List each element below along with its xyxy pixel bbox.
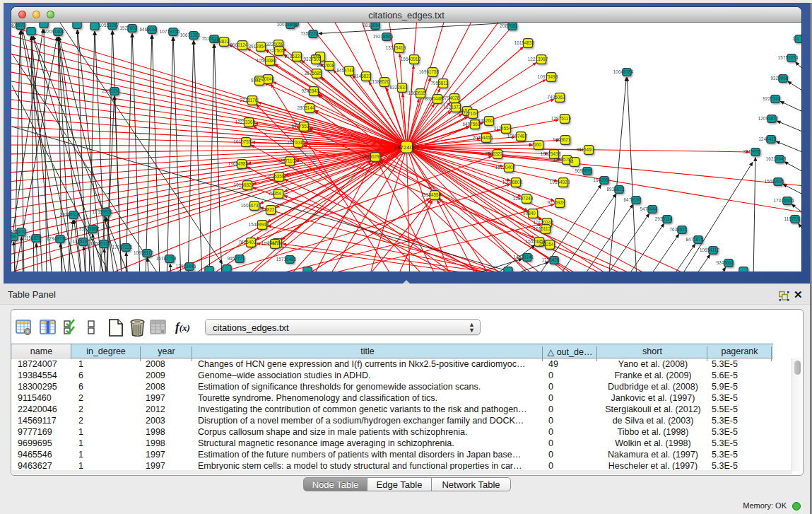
svg-text:94: 94 [568,159,574,164]
svg-text:2967608: 2967608 [317,63,335,68]
svg-text:3267110: 3267110 [278,158,295,163]
svg-text:12975115: 12975115 [551,116,571,121]
svg-text:9777169: 9777169 [461,111,478,116]
svg-text:12923446: 12923446 [176,264,196,269]
svg-text:16046733: 16046733 [241,203,261,208]
svg-text:16914479: 16914479 [261,241,282,246]
svg-text:9463627: 9463627 [553,137,571,142]
svg-text:10958117: 10958117 [134,250,153,255]
svg-text:2718176: 2718176 [240,98,258,103]
svg-text:10648784: 10648784 [613,69,634,74]
svg-text:17359924: 17359924 [93,209,113,214]
svg-text:6466160: 6466160 [140,27,158,32]
svg-text:16154835: 16154835 [514,40,535,45]
svg-text:2803144: 2803144 [298,105,315,110]
svg-text:19384554: 19384554 [421,192,442,197]
svg-text:9245652: 9245652 [717,260,734,265]
svg-text:18300295: 18300295 [362,154,382,159]
svg-text:7986322: 7986322 [486,151,503,156]
svg-text:7663822: 7663822 [212,39,230,44]
svg-text:9329966: 9329966 [771,76,789,81]
svg-text:15751074: 15751074 [778,55,799,60]
svg-text:8322037: 8322037 [390,85,408,90]
svg-text:90840: 90840 [523,211,536,216]
svg-text:20364456: 20364456 [473,135,493,140]
svg-text:10719155: 10719155 [160,29,180,34]
svg-text:12213967: 12213967 [528,57,548,62]
svg-text:435001: 435001 [11,229,25,234]
svg-text:8938923: 8938923 [607,187,625,192]
svg-text:164095: 164095 [593,177,608,182]
svg-text:9327505: 9327505 [267,48,285,53]
svg-text:3215955: 3215955 [743,149,761,154]
svg-text:1535359: 1535359 [267,174,285,179]
svg-text:6479197: 6479197 [624,197,642,202]
svg-text:16210643: 16210643 [766,156,787,161]
svg-text:15692971: 15692971 [765,179,785,184]
svg-text:7485063: 7485063 [548,95,565,100]
svg-text:9115460: 9115460 [577,147,594,152]
svg-text:10543382: 10543382 [257,58,277,63]
svg-text:19166827: 19166827 [234,182,254,187]
svg-text:8660124: 8660124 [230,42,248,47]
svg-text:14136141: 14136141 [514,255,534,259]
svg-text:9391: 9391 [251,78,261,83]
svg-text:9146821: 9146821 [354,74,372,78]
svg-text:12505135: 12505135 [90,241,111,246]
svg-text:16640910: 16640910 [401,57,421,62]
svg-text:78354: 78354 [269,191,281,196]
svg-text:12942737: 12942737 [47,236,67,241]
svg-text:1156829: 1156829 [24,235,42,240]
svg-text:9242848: 9242848 [302,88,319,93]
svg-text:15716485: 15716485 [276,257,297,262]
svg-text:1405572: 1405572 [11,23,26,28]
svg-text:1588520: 1588520 [372,79,390,84]
svg-text:111: 111 [792,36,799,41]
svg-text:9756928: 9756928 [548,200,565,205]
svg-text:10671355: 10671355 [180,33,201,37]
svg-text:1244415: 1244415 [759,136,777,141]
svg-text:1733426: 1733426 [542,257,560,262]
svg-text:9657771: 9657771 [228,256,245,261]
svg-text:349822: 349822 [259,207,275,212]
svg-text:8427552: 8427552 [292,124,310,129]
svg-text:15409948: 15409948 [249,222,269,227]
svg-text:39159: 39159 [11,234,16,239]
svg-text:10654112: 10654112 [700,247,719,252]
svg-text:3124554: 3124554 [494,126,512,131]
svg-text:9474444: 9474444 [640,206,658,211]
svg-text:9327508: 9327508 [304,57,322,62]
svg-text:252254: 252254 [539,242,554,247]
svg-text:3875685: 3875685 [305,71,322,76]
svg-text:12093872: 12093872 [758,116,779,121]
svg-text:2087682: 2087682 [500,23,518,28]
svg-text:10025438: 10025438 [541,151,561,156]
svg-text:17016504: 17016504 [774,198,794,203]
svg-text:10033809: 10033809 [277,23,298,27]
svg-text:10120746: 10120746 [534,220,554,225]
svg-text:6497568: 6497568 [463,122,481,127]
svg-text:15720407: 15720407 [495,165,516,170]
svg-text:2935114: 2935114 [655,216,673,221]
svg-text:7955812: 7955812 [431,81,449,86]
svg-text:22091406: 22091406 [45,29,65,34]
svg-text:8813054: 8813054 [363,23,381,28]
svg-text:15807249: 15807249 [513,196,534,201]
svg-text:10688609: 10688609 [502,180,523,185]
svg-text:9227342: 9227342 [763,96,781,101]
svg-text:8990448: 8990448 [425,96,443,101]
svg-text:1010755: 1010755 [234,139,252,144]
svg-text:717004: 717004 [287,140,302,145]
svg-text:20200516: 20200516 [60,212,81,217]
svg-text:9794028: 9794028 [442,95,460,100]
svg-text:7357224: 7357224 [301,31,319,36]
svg-text:8471676: 8471676 [686,237,704,242]
svg-text:19218506: 19218506 [373,34,394,39]
svg-text:18724007: 18724007 [394,144,420,151]
svg-text:3912954: 3912954 [249,44,266,49]
svg-text:10553287: 10553287 [99,23,119,28]
svg-text:19654923: 19654923 [550,180,570,185]
svg-text:16782759: 16782759 [156,256,177,261]
svg-text:1527602: 1527602 [120,25,138,30]
svg-text:1362615: 1362615 [408,90,426,95]
